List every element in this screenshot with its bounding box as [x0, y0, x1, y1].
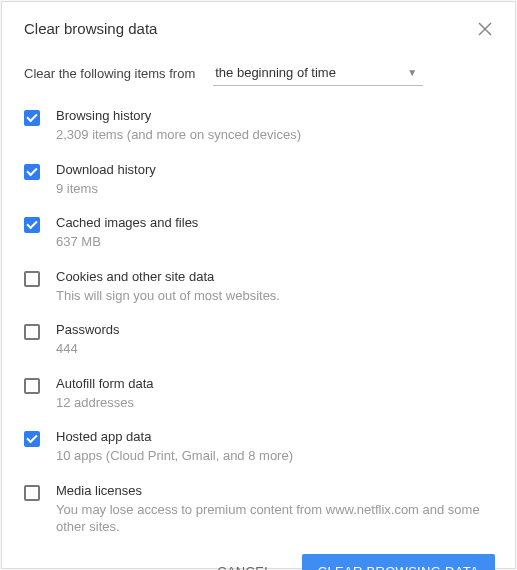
time-range-value: the beginning of time [215, 65, 336, 80]
option-text: Cookies and other site dataThis will sig… [56, 269, 280, 305]
option-row-hosted-app-data: Hosted app data10 apps (Cloud Print, Gma… [24, 429, 493, 465]
option-label: Passwords [56, 322, 120, 337]
checkbox-passwords[interactable] [24, 324, 40, 340]
dialog-footer: Cancel Clear Browsing Data [2, 540, 515, 570]
option-description: 444 [56, 340, 120, 358]
option-text: Download history9 items [56, 162, 156, 198]
option-row-download-history: Download history9 items [24, 162, 493, 198]
close-icon [478, 22, 492, 36]
option-description: You may lose access to premium content f… [56, 501, 493, 536]
option-label: Browsing history [56, 108, 301, 123]
checkbox-autofill-form-data[interactable] [24, 378, 40, 394]
clear-browsing-data-dialog: Clear browsing data Clear the following … [1, 1, 516, 569]
checkbox-cookies-site-data[interactable] [24, 271, 40, 287]
option-row-browsing-history: Browsing history2,309 items (and more on… [24, 108, 493, 144]
time-range-dropdown[interactable]: the beginning of time ▼ [213, 61, 423, 86]
time-range-label: Clear the following items from [24, 66, 195, 81]
option-text: Autofill form data12 addresses [56, 376, 154, 412]
checkbox-download-history[interactable] [24, 164, 40, 180]
option-row-media-licenses: Media licensesYou may lose access to pre… [24, 483, 493, 536]
checkbox-browsing-history[interactable] [24, 110, 40, 126]
time-range-row: Clear the following items from the begin… [2, 51, 515, 92]
option-description: 637 MB [56, 233, 198, 251]
clear-browsing-data-button[interactable]: Clear Browsing Data [302, 554, 495, 570]
dialog-header: Clear browsing data [2, 2, 515, 51]
option-text: Browsing history2,309 items (and more on… [56, 108, 301, 144]
option-label: Media licenses [56, 483, 493, 498]
option-text: Hosted app data10 apps (Cloud Print, Gma… [56, 429, 293, 465]
option-row-cookies-site-data: Cookies and other site dataThis will sig… [24, 269, 493, 305]
option-description: 2,309 items (and more on synced devices) [56, 126, 301, 144]
option-label: Hosted app data [56, 429, 293, 444]
chevron-down-icon: ▼ [407, 67, 417, 78]
checkbox-hosted-app-data[interactable] [24, 431, 40, 447]
option-label: Cookies and other site data [56, 269, 280, 284]
option-text: Cached images and files637 MB [56, 215, 198, 251]
option-description: 12 addresses [56, 394, 154, 412]
options-list: Browsing history2,309 items (and more on… [2, 92, 515, 540]
checkbox-media-licenses[interactable] [24, 485, 40, 501]
option-label: Autofill form data [56, 376, 154, 391]
option-row-cached-images-files: Cached images and files637 MB [24, 215, 493, 251]
option-description: 9 items [56, 180, 156, 198]
option-text: Passwords444 [56, 322, 120, 358]
dialog-title: Clear browsing data [24, 20, 157, 37]
checkbox-cached-images-files[interactable] [24, 217, 40, 233]
option-description: 10 apps (Cloud Print, Gmail, and 8 more) [56, 447, 293, 465]
option-text: Media licensesYou may lose access to pre… [56, 483, 493, 536]
option-row-passwords: Passwords444 [24, 322, 493, 358]
option-label: Cached images and files [56, 215, 198, 230]
option-row-autofill-form-data: Autofill form data12 addresses [24, 376, 493, 412]
close-button[interactable] [477, 21, 493, 37]
option-label: Download history [56, 162, 156, 177]
cancel-button[interactable]: Cancel [201, 554, 288, 570]
option-description: This will sign you out of most websites. [56, 287, 280, 305]
